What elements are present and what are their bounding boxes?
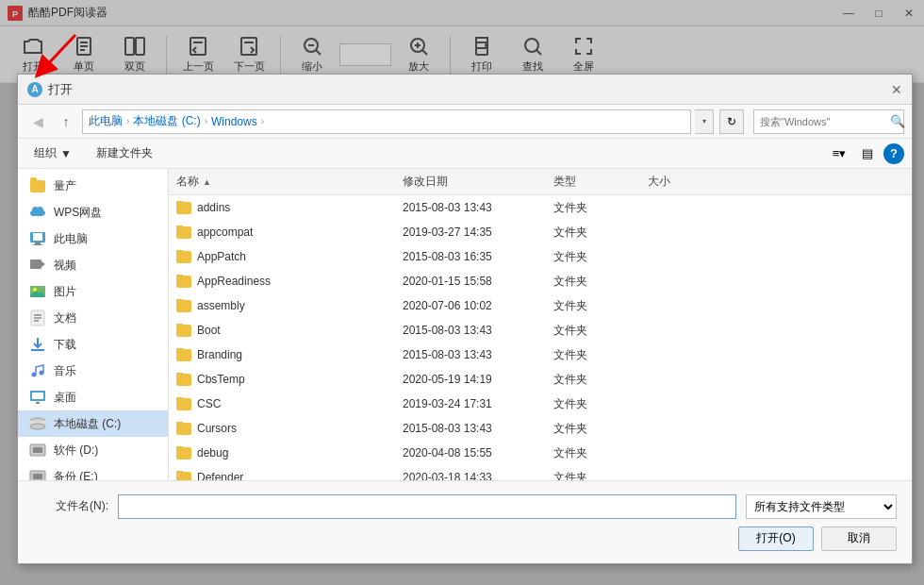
cancel-button[interactable]: 取消 xyxy=(821,526,897,551)
file-type-cell: 文件夹 xyxy=(546,225,640,241)
file-date-cell: 2020-05-19 14:19 xyxy=(395,373,546,386)
column-type-header[interactable]: 类型 xyxy=(546,169,640,194)
sort-arrow-icon: ▲ xyxy=(203,177,211,187)
folder-icon xyxy=(176,202,191,214)
column-size-header[interactable]: 大小 xyxy=(640,169,716,194)
address-computer[interactable]: 此电脑 xyxy=(89,113,123,129)
table-row[interactable]: Boot 2015-08-03 13:43 文件夹 xyxy=(169,318,912,343)
filename-input[interactable] xyxy=(118,494,736,519)
open-button[interactable]: 打开(O) xyxy=(738,526,814,551)
sidebar-item-thispc[interactable]: 此电脑 xyxy=(18,226,168,252)
sidebar-item-download[interactable]: 下载 xyxy=(18,331,168,358)
back-button[interactable]: ◀ xyxy=(25,109,50,134)
new-folder-button[interactable]: 新建文件夹 xyxy=(88,142,161,165)
file-name-cell: CbsTemp xyxy=(169,373,395,386)
cloud-icon xyxy=(29,204,46,221)
svg-rect-43 xyxy=(36,402,40,404)
svg-rect-48 xyxy=(33,447,42,453)
organize-button[interactable]: 组织 ▼ xyxy=(25,142,80,165)
dialog-toolbar: 组织 ▼ 新建文件夹 ≡▾ ▤ ? xyxy=(18,139,912,169)
table-row[interactable]: AppPatch 2015-08-03 16:35 文件夹 xyxy=(169,244,912,269)
svg-rect-42 xyxy=(32,393,43,399)
svg-rect-50 xyxy=(33,474,42,479)
sidebar-item-lc[interactable]: 量产 xyxy=(18,173,168,199)
folder-icon xyxy=(176,398,191,410)
dialog-titlebar: A 打开 ✕ xyxy=(18,75,912,105)
file-name-cell: AppReadiness xyxy=(169,275,395,288)
address-bar: 此电脑 › 本地磁盘 (C:) › Windows › xyxy=(82,109,691,134)
sidebar-item-wps[interactable]: WPS网盘 xyxy=(18,199,168,226)
table-row[interactable]: Cursors 2015-08-03 13:43 文件夹 xyxy=(169,416,912,441)
file-type-cell: 文件夹 xyxy=(546,200,640,216)
file-date-cell: 2015-08-03 13:43 xyxy=(395,324,546,337)
svg-rect-28 xyxy=(33,244,42,245)
sidebar-item-d-drive[interactable]: 软件 (D:) xyxy=(18,437,168,463)
file-name-cell: AppPatch xyxy=(169,250,395,263)
table-row[interactable]: CbsTemp 2020-05-19 14:19 文件夹 xyxy=(169,367,912,392)
file-date-cell: 2019-03-24 17:31 xyxy=(395,397,546,410)
file-date-cell: 2020-04-08 15:55 xyxy=(395,446,546,460)
sidebar-item-music[interactable]: 音乐 xyxy=(18,358,168,384)
filename-row: 文件名(N): 所有支持文件类型 xyxy=(33,494,897,519)
address-folder[interactable]: Windows xyxy=(211,115,257,128)
filename-label: 文件名(N): xyxy=(33,498,108,514)
organize-arrow-icon: ▼ xyxy=(60,147,72,160)
table-row[interactable]: assembly 2020-07-06 10:02 文件夹 xyxy=(169,293,912,318)
sidebar-item-desktop[interactable]: 桌面 xyxy=(18,384,168,410)
file-name-cell: debug xyxy=(169,446,395,460)
table-row[interactable]: AppReadiness 2020-01-15 15:58 文件夹 xyxy=(169,269,912,293)
dialog-bottom: 文件名(N): 所有支持文件类型 打开(O) 取消 xyxy=(18,480,912,563)
file-type-cell: 文件夹 xyxy=(546,396,640,412)
file-type-cell: 文件夹 xyxy=(546,274,640,290)
sidebar-item-video[interactable]: 视频 xyxy=(18,252,168,278)
dialog-icon: A xyxy=(27,82,42,97)
sidebar-item-doc[interactable]: 文档 xyxy=(18,305,168,331)
table-row[interactable]: Branding 2015-08-03 13:43 文件夹 xyxy=(169,343,912,367)
search-icon: 🔍 xyxy=(890,114,905,128)
table-row[interactable]: Defender 2020-03-18 14:33 文件夹 xyxy=(169,465,912,480)
view-list-button[interactable]: ≡▾ xyxy=(827,142,851,166)
video-icon xyxy=(29,257,46,274)
sidebar: 量产 WPS网盘 此电 xyxy=(18,169,169,480)
file-list-header: 名称 ▲ 修改日期 类型 大小 xyxy=(169,169,912,195)
dialog-close-button[interactable]: ✕ xyxy=(885,78,908,101)
file-name-cell: assembly xyxy=(169,299,395,312)
search-input[interactable] xyxy=(760,116,890,127)
table-row[interactable]: addins 2015-08-03 13:43 文件夹 xyxy=(169,195,912,220)
svg-point-40 xyxy=(40,371,44,376)
svg-rect-29 xyxy=(30,259,41,269)
file-name-cell: CSC xyxy=(169,397,395,410)
file-date-cell: 2015-08-03 16:35 xyxy=(395,250,546,263)
sidebar-item-image[interactable]: 图片 xyxy=(18,278,168,305)
computer-icon xyxy=(29,230,46,247)
folder-icon xyxy=(176,276,191,288)
address-dropdown[interactable]: ▾ xyxy=(695,109,714,134)
help-button[interactable]: ? xyxy=(883,143,904,164)
refresh-button[interactable]: ↻ xyxy=(719,109,744,134)
file-area[interactable]: 名称 ▲ 修改日期 类型 大小 addins 2015-08-03 13:43 … xyxy=(169,169,912,480)
svg-rect-26 xyxy=(33,233,42,241)
file-name-cell: Cursors xyxy=(169,422,395,435)
table-row[interactable]: appcompat 2019-03-27 14:35 文件夹 xyxy=(169,220,912,244)
up-button[interactable]: ↑ xyxy=(54,109,78,134)
file-date-cell: 2015-08-03 13:43 xyxy=(395,348,546,361)
column-date-header[interactable]: 修改日期 xyxy=(395,169,546,194)
file-type-cell: 文件夹 xyxy=(546,323,640,339)
folder-icon xyxy=(176,423,191,435)
address-drive[interactable]: 本地磁盘 (C:) xyxy=(133,113,200,129)
filetype-select[interactable]: 所有支持文件类型 xyxy=(746,494,897,519)
table-row[interactable]: debug 2020-04-08 15:55 文件夹 xyxy=(169,441,912,465)
folder-icon xyxy=(176,472,191,481)
sidebar-item-e-drive[interactable]: 备份 (E:) xyxy=(18,463,168,480)
view-list-icon: ≡▾ xyxy=(833,146,847,160)
svg-rect-27 xyxy=(35,242,41,244)
file-name-cell: addins xyxy=(169,201,395,214)
table-row[interactable]: CSC 2019-03-24 17:31 文件夹 xyxy=(169,392,912,416)
column-name-header[interactable]: 名称 ▲ xyxy=(169,169,395,194)
file-type-cell: 文件夹 xyxy=(546,421,640,437)
file-name-cell: Defender xyxy=(169,471,395,480)
file-date-cell: 2015-08-03 13:43 xyxy=(395,201,546,214)
folder-icon xyxy=(176,349,191,361)
sidebar-item-c-drive[interactable]: 本地磁盘 (C:) xyxy=(18,410,168,437)
view-detail-button[interactable]: ▤ xyxy=(855,142,880,166)
